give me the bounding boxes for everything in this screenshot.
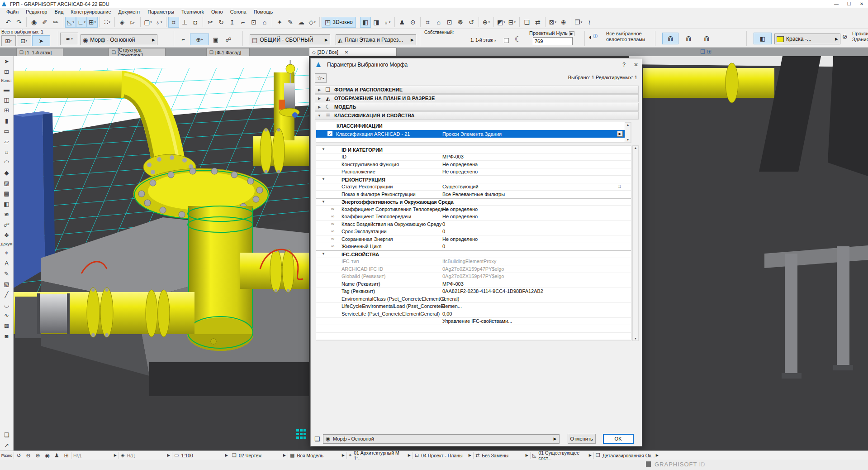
arrow-tool[interactable]: ➤ xyxy=(1,56,12,67)
layouting-bottom-button[interactable]: ⊟▾ xyxy=(507,17,517,28)
explore-icon[interactable]: ⊞ xyxy=(62,452,71,459)
redo-button[interactable]: ↷ xyxy=(14,17,24,28)
section-МОДЕЛЬ[interactable]: ▶☾МОДЕЛЬ xyxy=(315,103,639,111)
hotspot-tool[interactable]: ⌖ xyxy=(1,248,12,258)
zone-tool[interactable]: ▤ xyxy=(1,188,12,199)
pen-quill-button[interactable]: ✒▾ xyxy=(60,33,78,45)
property-row[interactable]: IDМРФ-003 xyxy=(316,153,631,161)
morph-tool-btn-button[interactable]: ✦ xyxy=(274,17,285,28)
menu-Конструирование[interactable]: Конструирование xyxy=(67,8,114,15)
fit-in-window-icon[interactable]: ↺ xyxy=(14,452,24,459)
figure-tool-button[interactable]: ♁▾ xyxy=(153,17,164,28)
corner-tool-button[interactable]: ⌐ xyxy=(237,17,248,28)
property-row[interactable]: Показ в Фильтре РеконструкцииВсе Релеван… xyxy=(316,191,631,198)
tab-[Структура Структура ][interactable]: ❏[Структура Структура ] xyxy=(109,48,166,56)
menu-Teamwork[interactable]: Teamwork xyxy=(178,8,208,15)
elevation-moon-icon[interactable]: ☾ xyxy=(511,33,525,45)
frame-tool-button[interactable]: ▢▾ xyxy=(142,17,153,28)
property-group-header[interactable]: ▼IFC-СВОЙСТВА xyxy=(316,250,631,258)
wall-tool[interactable]: ▬ xyxy=(1,84,12,95)
elevate-tool-button[interactable]: ↥ xyxy=(227,17,237,28)
help-button[interactable]: ? xyxy=(622,62,626,68)
layer-combination-segment[interactable]: ⊡04 Проект - Планы▶ xyxy=(413,452,473,459)
story-lock-checkbox[interactable] xyxy=(504,38,509,43)
menu-Документ[interactable]: Документ xyxy=(115,8,144,15)
railing-tool[interactable]: ☍ xyxy=(1,220,12,230)
swap-windows-button[interactable]: ⇄ xyxy=(532,17,543,28)
roof-tool[interactable]: ⌂ xyxy=(1,147,12,157)
classification-popup-button[interactable]: ▶ xyxy=(617,131,623,137)
dimension-style-segment[interactable]: ⌖01 Архитектурный М 1:...▶ xyxy=(346,452,413,459)
stair-tool[interactable]: ≋ xyxy=(1,209,12,220)
shell-tool[interactable]: ◠ xyxy=(1,157,12,168)
zoom-out-icon[interactable]: ⊖ xyxy=(24,452,33,459)
property-group-header[interactable]: ▼ID И КАТЕГОРИИ xyxy=(316,146,631,153)
story-display-button[interactable]: ⌂ xyxy=(433,17,444,28)
walk-icon[interactable]: ♟ xyxy=(52,452,62,459)
angle-info-segment[interactable]: ◈Н/Д▶ xyxy=(119,452,172,459)
classification-checkbox[interactable]: ✓ xyxy=(327,131,332,136)
ok-button[interactable]: OK xyxy=(603,434,634,444)
camera-tool[interactable]: ◙ xyxy=(1,331,12,341)
cancel-button[interactable]: Отменить xyxy=(568,434,596,444)
editing-plane-button[interactable]: ⊡ xyxy=(444,17,455,28)
property-row[interactable]: ∞Жизненный Цикл0 xyxy=(316,243,631,251)
solid-operations-button[interactable]: ◇▾ xyxy=(307,17,318,28)
undo-button[interactable]: ↶ xyxy=(3,17,14,28)
structure-filter-segment[interactable]: ▦Вся Модель▶ xyxy=(288,452,346,459)
tab-overflow-icon[interactable]: ❏ xyxy=(700,48,705,55)
transfer-settings-button[interactable]: ✏ xyxy=(50,17,61,28)
plan-display-combo[interactable]: ◭ План Этажа и Разрез... ▶ xyxy=(336,34,416,45)
section-ОТОБРАЖЕНИЕ НА ПЛАНЕ И В РАЗРЕЗЕ[interactable]: ▶◭ОТОБРАЖЕНИЕ НА ПЛАНЕ И В РАЗРЕЗЕ xyxy=(315,94,639,102)
freehand-button[interactable]: ≀ xyxy=(584,17,595,28)
footer-default-combo[interactable]: ◉ Морф - Основной ▶ xyxy=(323,434,560,444)
property-row[interactable]: ∞Срок Эксплуатации0 xyxy=(316,228,631,236)
zoom-in-icon[interactable]: ⊕ xyxy=(33,452,43,459)
magic-wand-button[interactable]: ⌗ xyxy=(168,17,179,28)
change-marker-button[interactable]: ⊕ xyxy=(558,17,569,28)
favorites-button[interactable]: ⊡▸ xyxy=(17,35,31,46)
maximize-button[interactable]: ☐ xyxy=(843,0,855,8)
section-ФОРМА И РАСПОЛОЖЕНИЕ[interactable]: ▶❏ФОРМА И РАСПОЛОЖЕНИЕ xyxy=(315,86,639,94)
figure-tool[interactable]: ⊠ xyxy=(1,321,12,331)
pick-up-parameters-button[interactable]: ◉ xyxy=(28,17,39,28)
perspective-projection-button[interactable]: ◨ xyxy=(371,17,382,28)
publish-button[interactable]: ❐▾ xyxy=(573,17,584,28)
split-tool-button[interactable]: ✂ xyxy=(205,17,216,28)
curtain-wall-tool[interactable]: ◧ xyxy=(1,199,12,209)
settings-dialog-button[interactable]: ⊞▸ xyxy=(1,35,16,46)
snap-points-button[interactable]: ∷▾ xyxy=(102,17,113,28)
home-story-value[interactable]: 1. 1-й этаж ▸ xyxy=(470,38,496,43)
property-row[interactable]: ∞Коэффициент Сопротивления Теплопередаче… xyxy=(316,206,631,213)
tab-[1. 1-й этаж][interactable]: ❏[1. 1-й этаж] xyxy=(16,48,63,56)
tab-[3D / Все][interactable]: ◇[3D / Все]✕ xyxy=(309,48,397,56)
renovation-filter-segment[interactable]: ◺01 Существующее сост...▶ xyxy=(530,452,593,459)
parallel-projection-button[interactable]: ◧ xyxy=(360,17,371,28)
text-tool[interactable]: A xyxy=(1,258,12,269)
guide-lines-button[interactable]: ◈ xyxy=(117,17,128,28)
paint-lock-button[interactable]: ◧ xyxy=(754,33,772,44)
inject-parameters-button[interactable]: ✐ xyxy=(39,17,50,28)
property-row[interactable]: Конструктивная ФункцияНе определена xyxy=(316,161,631,168)
rotate-tool-button[interactable]: ↻ xyxy=(216,17,227,28)
line-tool[interactable]: ╱ xyxy=(1,289,12,300)
arc-tool[interactable]: ◡ xyxy=(1,300,12,310)
look-to-button[interactable]: ⊙ xyxy=(408,17,418,28)
property-row[interactable]: Name (Реквизит)МРФ-003 xyxy=(316,280,631,288)
property-row[interactable]: Статус РеконструкцииСуществующий⌗ xyxy=(316,183,631,191)
add-view-button[interactable]: ⊕▾ xyxy=(481,17,492,28)
copy-document-button[interactable]: ❏ xyxy=(522,17,532,28)
view-settings-wheel-button[interactable]: ☸ xyxy=(455,17,466,28)
scale-segment[interactable]: ▭1:100▶ xyxy=(172,452,230,459)
label-tool[interactable]: ✎ xyxy=(1,269,12,279)
walk-mode-button[interactable]: ♟ xyxy=(397,17,408,28)
tab-[Ф-1 Фасад][interactable]: ❏[Ф-1 Фасад] xyxy=(206,48,250,56)
tab-close-icon[interactable]: ✕ xyxy=(345,50,348,55)
beam-tool[interactable]: ▭ xyxy=(1,126,12,136)
relative-construction-button[interactable]: ∟▾ xyxy=(76,17,87,28)
geometry-spline-button[interactable]: ☍ xyxy=(223,34,234,45)
morph-tool[interactable]: ◆ xyxy=(1,168,12,178)
annotate-tool-button[interactable]: ◘ xyxy=(190,17,201,28)
property-row[interactable]: РасположениеНе определено xyxy=(316,168,631,176)
slab-tool[interactable]: ▱ xyxy=(1,136,12,147)
